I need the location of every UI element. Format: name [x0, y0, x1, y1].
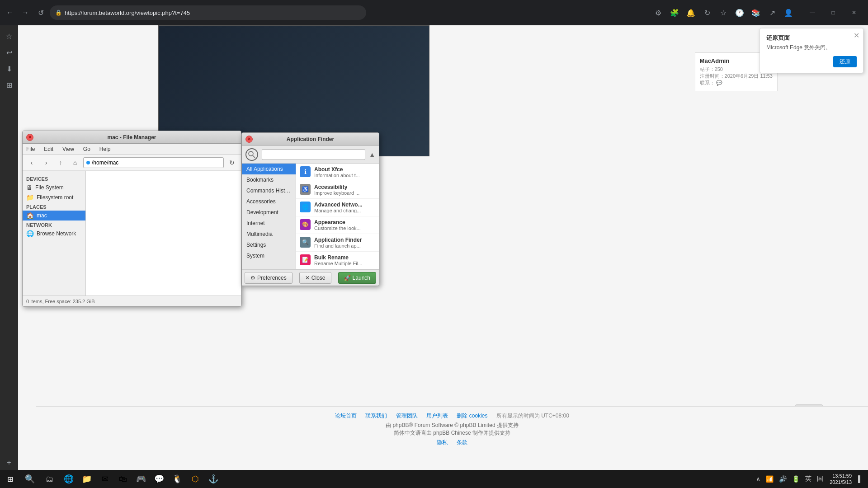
explorer-taskbar-btn[interactable]: 📁: [78, 470, 96, 488]
notification-icon[interactable]: 🔔: [684, 5, 698, 20]
close-button[interactable]: ✕: [844, 5, 864, 20]
nav-forward-btn[interactable]: ›: [40, 157, 52, 168]
start-button[interactable]: ⊞: [0, 470, 20, 488]
scroll-up-icon[interactable]: ▲: [369, 151, 375, 158]
app-desc-accessibility: Improve keyboard ...: [314, 190, 375, 196]
cat-bookmarks[interactable]: Bookmarks: [242, 174, 296, 185]
app-name-accessibility: Accessibility: [314, 184, 375, 190]
footer-chinese: 简体中文语言由 phpBB Chinese 制作并提供支持: [394, 430, 510, 436]
back-button[interactable]: ←: [4, 6, 16, 19]
footer-privacy-link[interactable]: 隐私: [437, 439, 448, 446]
refresh-btn-fm[interactable]: ↻: [226, 157, 238, 168]
app-finder-body: All Applications Bookmarks Commands Hist…: [242, 164, 379, 269]
app-list: ℹ About Xfce Information about t... ♿ Ac…: [296, 164, 379, 269]
search-taskbar-btn[interactable]: 🔍: [20, 470, 40, 488]
menu-go[interactable]: Go: [81, 145, 92, 153]
sidebar-favorites[interactable]: ☆: [2, 29, 16, 43]
nav-back-btn[interactable]: ‹: [25, 157, 38, 168]
menu-view[interactable]: View: [61, 145, 76, 153]
app-accessibility[interactable]: ♿ Accessibility Improve keyboard ...: [296, 181, 379, 199]
minimize-button[interactable]: —: [802, 5, 823, 20]
linux-taskbar-btn[interactable]: 🐧: [168, 470, 186, 488]
footer-contact-link[interactable]: 联系我们: [365, 413, 387, 419]
refresh-button[interactable]: ↺: [34, 6, 47, 19]
sidebar-apps[interactable]: ⊞: [2, 78, 16, 92]
launch-button[interactable]: 🚀 Launch: [338, 272, 376, 284]
app-about-xfce[interactable]: ℹ About Xfce Information about t...: [296, 164, 379, 181]
settings-icon[interactable]: ⚙: [651, 5, 665, 20]
task-view-btn[interactable]: 🗂: [40, 470, 60, 488]
footer-team-link[interactable]: 管理团队: [396, 413, 418, 419]
lang-region-icon[interactable]: 国: [815, 475, 825, 483]
footer-users-link[interactable]: 用户列表: [426, 413, 448, 419]
cat-settings[interactable]: Settings: [242, 239, 296, 250]
address-bar[interactable]: 🔒 https://forum.betaworld.org/viewtopic.…: [50, 5, 366, 20]
menu-edit[interactable]: Edit: [42, 145, 55, 153]
network-header: NETWORK: [23, 221, 85, 229]
wifi-icon[interactable]: 📶: [764, 475, 775, 483]
forward-button[interactable]: →: [19, 6, 32, 19]
fm-item-browse-network[interactable]: 🌐 Browse Network: [23, 229, 85, 239]
address-bar-fm[interactable]: /home/mac: [83, 157, 224, 168]
cat-internet[interactable]: Internet: [242, 218, 296, 229]
history-icon[interactable]: 🕐: [732, 5, 747, 20]
cat-accessories[interactable]: Accessories: [242, 196, 296, 207]
sidebar-add[interactable]: +: [2, 455, 16, 470]
cat-system[interactable]: System: [242, 250, 296, 261]
fm-item-filesystem-root[interactable]: 📁 Filesystem root: [23, 192, 85, 202]
close-finder-icon: ✕: [305, 275, 310, 281]
extension-icon[interactable]: 🧩: [667, 5, 682, 20]
fm-item-filesystem[interactable]: 🖥 File System: [23, 183, 85, 192]
share-icon[interactable]: ↗: [765, 5, 779, 20]
sidebar-downloads[interactable]: ⬇: [2, 61, 16, 76]
menu-file[interactable]: File: [24, 145, 37, 153]
store-taskbar-btn[interactable]: 🛍: [114, 470, 132, 488]
cat-commands-history[interactable]: Commands History: [242, 185, 296, 196]
show-desktop-btn[interactable]: ▌: [856, 475, 864, 483]
footer-cookies-link[interactable]: 删除 cookies: [457, 413, 487, 419]
footer-home-link[interactable]: 论坛首页: [335, 413, 357, 419]
advanced-network-icon: 🌐: [300, 202, 311, 212]
menu-help[interactable]: Help: [98, 145, 113, 153]
app-application-finder[interactable]: 🔍 Application Finder Find and launch ap.…: [296, 234, 379, 252]
sidebar-history[interactable]: ↩: [2, 45, 16, 60]
svg-point-0: [249, 151, 253, 156]
app-bulk-rename[interactable]: 📝 Bulk Rename Rename Multiple Fil...: [296, 252, 379, 269]
profile-icon[interactable]: 👤: [781, 5, 796, 20]
chat-taskbar-btn[interactable]: 💬: [150, 470, 168, 488]
keyboard-lang-icon[interactable]: 英: [803, 475, 813, 483]
cat-multimedia[interactable]: Multimedia: [242, 229, 296, 239]
battery-icon[interactable]: 🔋: [790, 475, 802, 483]
app-desc-about-xfce: Information about t...: [314, 173, 375, 178]
edge-taskbar-btn[interactable]: 🌐: [60, 470, 78, 488]
game-taskbar-btn[interactable]: 🎮: [132, 470, 150, 488]
nav-home-btn[interactable]: ⌂: [69, 157, 81, 168]
file-manager-close-btn[interactable]: ✕: [26, 134, 33, 141]
system-clock[interactable]: 13:51:59 2021/5/13: [827, 473, 854, 486]
toast-close-button[interactable]: ✕: [854, 31, 859, 40]
tray-expand-icon[interactable]: ∧: [754, 475, 762, 483]
app-advanced-network[interactable]: 🌐 Advanced Netwo... Manage and chang...: [296, 199, 379, 216]
hex-taskbar-btn[interactable]: ⬡: [186, 470, 204, 488]
cat-all-applications[interactable]: All Applications: [242, 164, 296, 174]
app-finder-search-bar: ▲: [242, 145, 379, 164]
cat-development[interactable]: Development: [242, 207, 296, 218]
preferences-button[interactable]: ⚙ Preferences: [245, 272, 292, 284]
app-appearance[interactable]: 🎨 Appearance Customize the look...: [296, 216, 379, 234]
fm-item-home[interactable]: 🏠 mac: [23, 211, 85, 221]
home-icon: 🏠: [26, 212, 34, 219]
search-input[interactable]: [262, 149, 365, 160]
maximize-button[interactable]: □: [823, 5, 844, 20]
volume-icon[interactable]: 🔊: [777, 475, 788, 483]
anchor-taskbar-btn[interactable]: ⚓: [204, 470, 222, 488]
nav-up-btn[interactable]: ↑: [54, 157, 67, 168]
refresh-icon2[interactable]: ↻: [700, 5, 714, 20]
star-icon[interactable]: ☆: [716, 5, 731, 20]
mail-taskbar-btn[interactable]: ✉: [96, 470, 114, 488]
toast-restore-button[interactable]: 还原: [833, 56, 857, 67]
app-about-xfce-text: About Xfce Information about t...: [314, 166, 375, 178]
app-finder-close-btn[interactable]: ✕: [245, 136, 253, 143]
close-finder-button[interactable]: ✕ Close: [299, 272, 331, 284]
collections-icon[interactable]: 📚: [749, 5, 763, 20]
footer-terms-link[interactable]: 条款: [457, 439, 467, 446]
